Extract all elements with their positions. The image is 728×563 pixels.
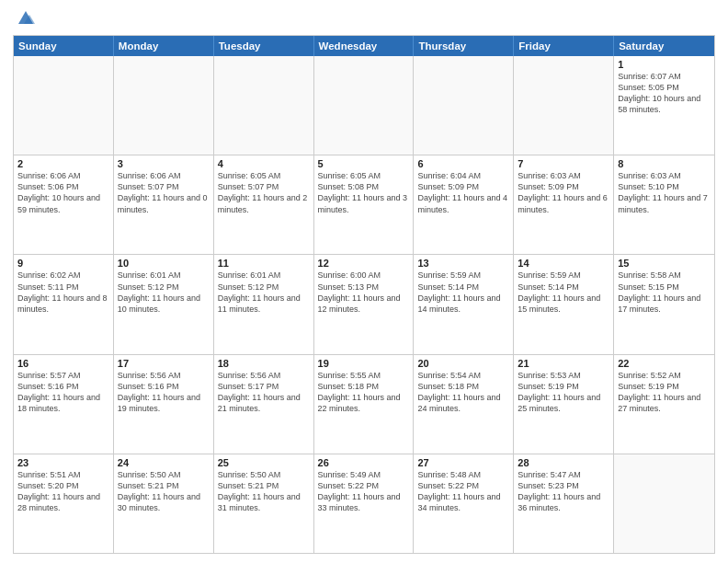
day-cell-26: 26Sunrise: 5:49 AM Sunset: 5:22 PM Dayli… [314,454,415,553]
day-cell-24: 24Sunrise: 5:50 AM Sunset: 5:21 PM Dayli… [114,454,214,553]
logo-icon [15,7,35,28]
day-cell-6: 6Sunrise: 6:04 AM Sunset: 5:09 PM Daylig… [414,155,514,254]
empty-cell [214,56,314,155]
day-info: Sunrise: 6:05 AM Sunset: 5:08 PM Dayligh… [318,170,410,215]
day-info: Sunrise: 5:57 AM Sunset: 5:16 PM Dayligh… [17,370,109,415]
day-info: Sunrise: 6:01 AM Sunset: 5:12 PM Dayligh… [218,270,310,315]
day-cell-8: 8Sunrise: 6:03 AM Sunset: 5:10 PM Daylig… [614,155,714,254]
calendar-row-3: 9Sunrise: 6:02 AM Sunset: 5:11 PM Daylig… [14,254,714,353]
day-number: 13 [417,258,509,269]
day-info: Sunrise: 6:01 AM Sunset: 5:12 PM Dayligh… [118,270,210,315]
day-info: Sunrise: 5:49 AM Sunset: 5:22 PM Dayligh… [318,469,410,514]
calendar: SundayMondayTuesdayWednesdayThursdayFrid… [13,35,715,554]
calendar-row-1: 1Sunrise: 6:07 AM Sunset: 5:05 PM Daylig… [14,56,714,155]
day-number: 15 [618,258,711,269]
day-number: 23 [17,457,109,468]
day-cell-22: 22Sunrise: 5:52 AM Sunset: 5:19 PM Dayli… [614,355,714,454]
header-day-friday: Friday [514,36,614,56]
day-number: 2 [17,158,109,169]
day-cell-19: 19Sunrise: 5:55 AM Sunset: 5:18 PM Dayli… [314,355,415,454]
header-day-tuesday: Tuesday [214,36,314,56]
day-number: 1 [618,59,711,70]
day-number: 12 [318,258,410,269]
day-number: 6 [417,158,509,169]
header-day-sunday: Sunday [14,36,114,56]
header [13,11,715,28]
day-info: Sunrise: 6:05 AM Sunset: 5:07 PM Dayligh… [218,170,310,215]
calendar-header: SundayMondayTuesdayWednesdayThursdayFrid… [14,36,714,56]
day-cell-1: 1Sunrise: 6:07 AM Sunset: 5:05 PM Daylig… [614,56,714,155]
header-day-wednesday: Wednesday [314,36,415,56]
empty-cell [414,56,514,155]
day-number: 10 [118,258,210,269]
day-cell-15: 15Sunrise: 5:58 AM Sunset: 5:15 PM Dayli… [614,255,714,353]
day-info: Sunrise: 6:03 AM Sunset: 5:10 PM Dayligh… [618,170,711,215]
day-number: 26 [318,457,410,468]
day-cell-9: 9Sunrise: 6:02 AM Sunset: 5:11 PM Daylig… [14,255,114,353]
day-cell-14: 14Sunrise: 5:59 AM Sunset: 5:14 PM Dayli… [514,255,614,353]
day-cell-2: 2Sunrise: 6:06 AM Sunset: 5:06 PM Daylig… [14,155,114,254]
logo [13,11,35,28]
day-number: 11 [218,258,310,269]
day-number: 27 [417,457,509,468]
day-info: Sunrise: 5:52 AM Sunset: 5:19 PM Dayligh… [618,370,711,415]
day-cell-3: 3Sunrise: 6:06 AM Sunset: 5:07 PM Daylig… [114,155,214,254]
day-info: Sunrise: 5:50 AM Sunset: 5:21 PM Dayligh… [218,469,310,514]
calendar-row-4: 16Sunrise: 5:57 AM Sunset: 5:16 PM Dayli… [14,354,714,454]
day-info: Sunrise: 6:03 AM Sunset: 5:09 PM Dayligh… [518,170,609,215]
day-info: Sunrise: 6:07 AM Sunset: 5:05 PM Dayligh… [618,71,711,116]
day-info: Sunrise: 6:06 AM Sunset: 5:06 PM Dayligh… [17,170,109,215]
day-number: 25 [218,457,310,468]
page: SundayMondayTuesdayWednesdayThursdayFrid… [0,0,728,563]
day-number: 19 [318,358,410,369]
day-info: Sunrise: 6:06 AM Sunset: 5:07 PM Dayligh… [118,170,210,215]
day-cell-25: 25Sunrise: 5:50 AM Sunset: 5:21 PM Dayli… [214,454,314,553]
calendar-body: 1Sunrise: 6:07 AM Sunset: 5:05 PM Daylig… [14,56,714,553]
day-info: Sunrise: 6:04 AM Sunset: 5:09 PM Dayligh… [417,170,509,215]
day-number: 7 [518,158,609,169]
day-cell-4: 4Sunrise: 6:05 AM Sunset: 5:07 PM Daylig… [214,155,314,254]
day-number: 18 [218,358,310,369]
day-cell-18: 18Sunrise: 5:56 AM Sunset: 5:17 PM Dayli… [214,355,314,454]
day-cell-17: 17Sunrise: 5:56 AM Sunset: 5:16 PM Dayli… [114,355,214,454]
header-day-monday: Monday [114,36,214,56]
day-number: 24 [118,457,210,468]
empty-cell [314,56,415,155]
calendar-row-5: 23Sunrise: 5:51 AM Sunset: 5:20 PM Dayli… [14,454,714,553]
day-number: 3 [118,158,210,169]
day-cell-5: 5Sunrise: 6:05 AM Sunset: 5:08 PM Daylig… [314,155,415,254]
calendar-row-2: 2Sunrise: 6:06 AM Sunset: 5:06 PM Daylig… [14,155,714,254]
day-info: Sunrise: 5:58 AM Sunset: 5:15 PM Dayligh… [618,270,711,315]
day-number: 14 [518,258,609,269]
day-info: Sunrise: 5:53 AM Sunset: 5:19 PM Dayligh… [518,370,609,415]
day-number: 4 [218,158,310,169]
day-number: 8 [618,158,711,169]
day-number: 16 [17,358,109,369]
day-cell-21: 21Sunrise: 5:53 AM Sunset: 5:19 PM Dayli… [514,355,614,454]
empty-cell [14,56,114,155]
day-cell-11: 11Sunrise: 6:01 AM Sunset: 5:12 PM Dayli… [214,255,314,353]
empty-cell [614,454,714,553]
day-cell-20: 20Sunrise: 5:54 AM Sunset: 5:18 PM Dayli… [414,355,514,454]
day-number: 21 [518,358,609,369]
day-number: 17 [118,358,210,369]
day-cell-10: 10Sunrise: 6:01 AM Sunset: 5:12 PM Dayli… [114,255,214,353]
day-number: 5 [318,158,410,169]
day-number: 20 [417,358,509,369]
day-info: Sunrise: 5:55 AM Sunset: 5:18 PM Dayligh… [318,370,410,415]
header-day-thursday: Thursday [414,36,514,56]
day-info: Sunrise: 5:54 AM Sunset: 5:18 PM Dayligh… [417,370,509,415]
day-info: Sunrise: 5:51 AM Sunset: 5:20 PM Dayligh… [17,469,109,514]
day-cell-13: 13Sunrise: 5:59 AM Sunset: 5:14 PM Dayli… [414,255,514,353]
empty-cell [114,56,214,155]
day-cell-7: 7Sunrise: 6:03 AM Sunset: 5:09 PM Daylig… [514,155,614,254]
day-cell-28: 28Sunrise: 5:47 AM Sunset: 5:23 PM Dayli… [514,454,614,553]
day-info: Sunrise: 6:00 AM Sunset: 5:13 PM Dayligh… [318,270,410,315]
day-number: 9 [17,258,109,269]
day-cell-16: 16Sunrise: 5:57 AM Sunset: 5:16 PM Dayli… [14,355,114,454]
day-cell-12: 12Sunrise: 6:00 AM Sunset: 5:13 PM Dayli… [314,255,415,353]
day-info: Sunrise: 5:47 AM Sunset: 5:23 PM Dayligh… [518,469,609,514]
day-number: 22 [618,358,711,369]
day-info: Sunrise: 6:02 AM Sunset: 5:11 PM Dayligh… [17,270,109,315]
day-number: 28 [518,457,609,468]
